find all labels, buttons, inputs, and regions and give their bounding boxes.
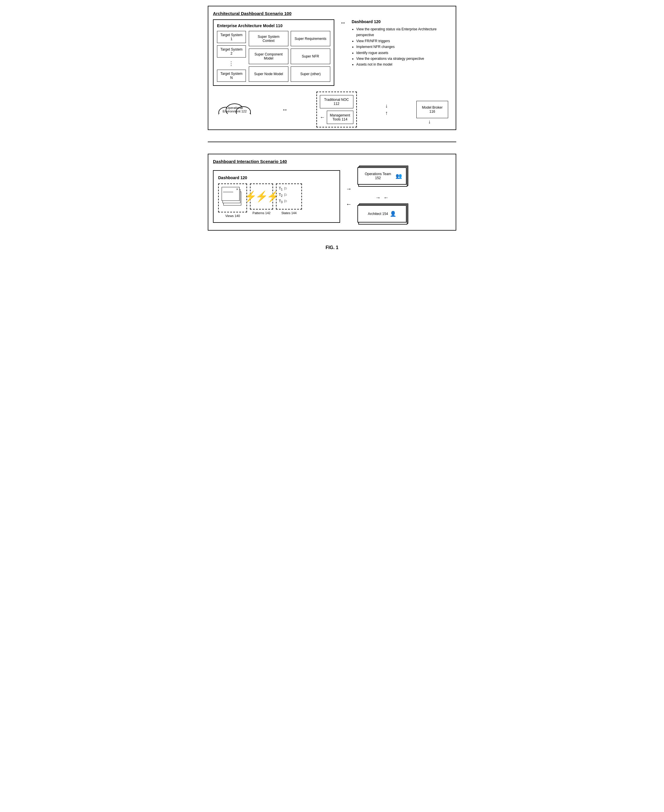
super-node-model: Super Node Model — [249, 67, 288, 82]
views-section: ✕ ✕ ✕ — [218, 184, 247, 212]
down-ops-arrow-icon: → — [375, 195, 381, 201]
state-item-3: T3 ⚐ — [279, 199, 299, 204]
scenario2-inner: Dashboard 120 ✕ ✕ — [213, 167, 451, 225]
dashboard-info-box: Dashboard 120 View the operating status … — [352, 20, 451, 68]
super-system-context: Super System Context — [249, 31, 288, 46]
super-models-grid: Super System Context Super Requirements … — [249, 31, 330, 82]
patterns-section: ⚡ ⚡ ⚡ — [250, 184, 273, 210]
left-arrow-arch-icon: ← — [346, 201, 352, 207]
fig-label: FIG. 1 — [208, 245, 456, 250]
architect-label: Architect 154 — [368, 212, 388, 216]
down-arrow-icon: ↓ — [428, 119, 431, 125]
flag-icon-3: ⚐ — [284, 199, 288, 204]
people-icon: 👥 — [395, 173, 402, 179]
bullet-3: Implement NFR changes — [356, 44, 451, 50]
eam-content: Target System 1 Target System 2 ⋮ Target… — [217, 31, 330, 82]
lightning-icons: ⚡ ⚡ ⚡ — [244, 190, 280, 203]
entity-arrows: → ← — [357, 195, 407, 201]
diagram1-box: Architectural Dashboard Scenario 100 Ent… — [208, 6, 456, 130]
mgmt-tools-left-arrow-icon: ← — [320, 114, 325, 120]
management-tools-box: Management Tools 114 — [327, 111, 353, 124]
dashboard2-title: Dashboard 120 — [218, 176, 335, 180]
page-container: Architectural Dashboard Scenario 100 Ent… — [208, 6, 456, 250]
ops-team-box: Operations Team 152 👥 — [357, 167, 407, 185]
dashboard-title: Dashboard 120 — [352, 20, 451, 24]
middle-arrows: → ← — [346, 186, 352, 207]
architect-box: Architect 154 👤 — [357, 205, 407, 223]
target-system-2: Target System 2 — [217, 46, 246, 57]
noc-broker-arrows: ↓ ↑ — [385, 103, 388, 116]
target-system-1: Target System 1 — [217, 31, 246, 43]
super-other: Super (other) — [291, 67, 330, 82]
states-section: T1 ⚐ T2 ⚐ T3 ⚐ — [276, 184, 302, 210]
states-section-wrapper: T1 ⚐ T2 ⚐ T3 ⚐ State — [276, 184, 302, 215]
state-item-1: T1 ⚐ — [279, 186, 299, 191]
ops-team-stack: Operations Team 152 👥 — [357, 167, 407, 187]
target-system-n: Target System N — [217, 70, 246, 82]
model-broker-box: Model Broker 116 — [417, 101, 448, 118]
super-requirements: Super Requirements — [291, 31, 330, 46]
architect-stack: Architect 154 👤 — [357, 205, 407, 225]
svg-rect-4 — [219, 114, 251, 121]
scenario1-inner: Enterprise Architecture Model 110 Target… — [213, 20, 451, 86]
up-arrow-icon-2: ↑ — [385, 110, 388, 116]
flag-icon-1: ⚐ — [284, 186, 288, 191]
bullet-5: View the operations via strategy perspec… — [356, 56, 451, 62]
up-arrow-icon: ↓ — [385, 103, 388, 109]
diagram2-title: Dashboard Interaction Scenario 140 — [213, 159, 451, 164]
dashboard2-box: Dashboard 120 ✕ ✕ — [213, 170, 340, 223]
person-icon: 👤 — [390, 211, 396, 217]
bullet-1: View the operating status via Enterprise… — [356, 26, 451, 38]
eam-dashboard-arrow: ↔ — [340, 20, 346, 26]
states-label: States 144 — [282, 211, 297, 215]
section-divider — [208, 142, 456, 142]
state-label-2: T2 — [279, 193, 283, 197]
cloud-noc-arrow: ↔ — [282, 106, 288, 113]
noc-management-box: Traditional NOC 112 ← Management Tools 1… — [316, 91, 357, 127]
bullet-4: Identify rogue assets — [356, 50, 451, 56]
views-section-wrapper: ✕ ✕ ✕ — [218, 184, 247, 218]
bidirectional-arrow-icon-2: ↔ — [282, 106, 288, 113]
target-systems-column: Target System 1 Target System 2 ⋮ Target… — [217, 31, 246, 82]
dash2-content: ✕ ✕ ✕ — [218, 184, 335, 218]
diagram2-box: Dashboard Interaction Scenario 140 Dashb… — [208, 154, 456, 231]
views-label: Views 140 — [225, 214, 240, 218]
state-item-2: T2 ⚐ — [279, 193, 299, 197]
bullet-2: View FR/NFR triggers — [356, 38, 451, 44]
right-arrow-ops-icon: → — [346, 186, 352, 192]
diagram1-title: Architectural Dashboard Scenario 100 — [213, 11, 451, 16]
patterns-label: Patterns 142 — [252, 211, 270, 215]
eam-title: Enterprise Architecture Model 110 — [217, 23, 330, 28]
flag-icon-2: ⚐ — [284, 193, 288, 197]
right-entities: Operations Team 152 👥 → ← Architect 154 … — [357, 167, 407, 225]
operational-environment-cloud: Operational Environment 122 — [216, 98, 254, 121]
super-component-model: Super Component Model — [249, 49, 288, 64]
bidirectional-arrow-icon: ↔ — [340, 20, 346, 26]
operational-env-label: Operational Environment 122 — [220, 106, 249, 113]
traditional-noc-box: Traditional NOC 112 — [320, 95, 353, 108]
bullet-6: Assets not in the model — [356, 62, 451, 67]
state-label-3: T3 — [279, 199, 283, 204]
ops-team-label: Operations Team 152 — [362, 172, 394, 180]
patterns-section-wrapper: ⚡ ⚡ ⚡ Patterns 142 — [250, 184, 273, 215]
dots-ellipsis: ⋮ — [217, 60, 246, 67]
view-card-1: ✕ — [221, 187, 239, 201]
up-arch-arrow-icon: ← — [383, 195, 389, 201]
view-stack: ✕ ✕ ✕ — [221, 186, 244, 210]
super-nfr: Super NFR — [291, 49, 330, 64]
state-label-1: T1 — [279, 186, 283, 191]
dashboard-bullets: View the operating status via Enterprise… — [352, 26, 451, 68]
eam-box: Enterprise Architecture Model 110 Target… — [213, 20, 334, 86]
